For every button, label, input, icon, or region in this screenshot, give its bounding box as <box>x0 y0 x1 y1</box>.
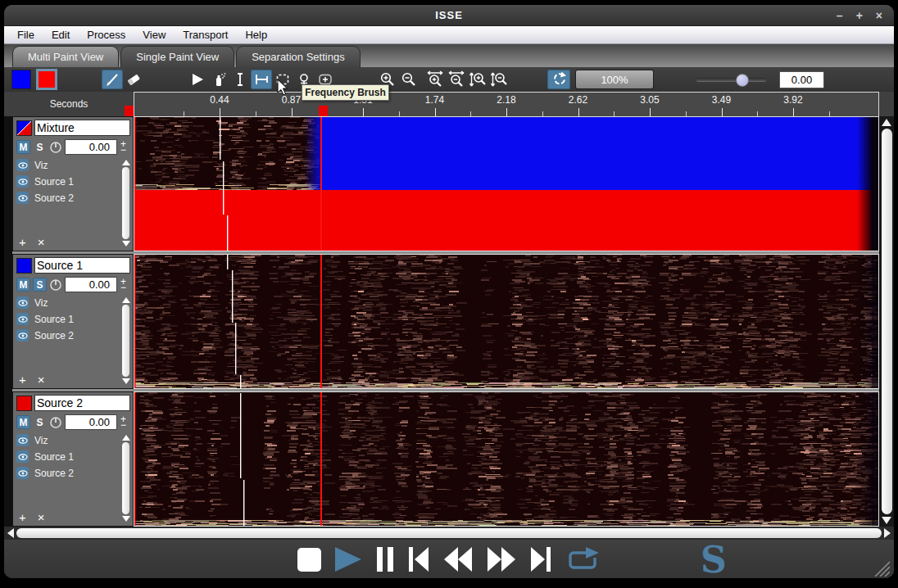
source1-layer-viz[interactable]: Viz <box>34 297 48 309</box>
skip-to-end-button[interactable] <box>529 546 552 572</box>
mixture-remove-button[interactable]: × <box>38 236 45 248</box>
timeline-ruler[interactable]: 0.440.871.311.742.182.623.053.493.92 <box>134 92 879 116</box>
scroll-up-icon[interactable] <box>122 160 130 165</box>
mixture-add-layer-button[interactable]: + <box>19 236 26 248</box>
source2-source1-eye-icon[interactable] <box>16 450 29 463</box>
source2-layer-source2[interactable]: Source 2 <box>34 468 74 479</box>
menu-edit[interactable]: Edit <box>52 29 70 41</box>
horizontal-scroll-thumb[interactable] <box>16 528 882 538</box>
source2-add-layer-button[interactable]: + <box>19 511 26 523</box>
source1-source2-eye-icon[interactable] <box>16 329 29 341</box>
vertical-scroll-thumb[interactable] <box>882 129 892 514</box>
source1-add-layer-button[interactable]: + <box>19 373 26 386</box>
source2-viz-eye-icon[interactable] <box>16 434 29 446</box>
source2-solo-button[interactable]: S <box>33 415 47 429</box>
tab-single-paint-view[interactable]: Single Paint View <box>120 46 234 67</box>
source2-layer-viz[interactable]: Viz <box>34 435 48 446</box>
scroll-up-icon[interactable] <box>122 297 130 303</box>
source2-color-chip[interactable] <box>16 396 32 411</box>
source1-panel-scrollbar[interactable] <box>121 297 130 384</box>
vertical-scrollbar[interactable] <box>879 116 894 527</box>
source1-layer-source1[interactable]: Source 1 <box>34 314 74 325</box>
source1-remove-button[interactable]: × <box>38 373 45 386</box>
mixture-clock-icon[interactable] <box>49 141 62 154</box>
source2-source2-eye-icon[interactable] <box>16 467 29 479</box>
scroll-left-icon[interactable] <box>7 528 14 538</box>
zoom-out-horizontal-button[interactable] <box>446 70 467 89</box>
source1-gain-field[interactable] <box>65 277 117 292</box>
time-select-tool[interactable] <box>229 70 251 89</box>
source2-gain-field[interactable] <box>65 414 117 430</box>
mixture-panel-scrollbar[interactable] <box>121 160 130 247</box>
maximize-button[interactable]: + <box>856 10 863 21</box>
pause-button[interactable] <box>375 546 395 572</box>
tab-separation-settings[interactable]: Separation Settings <box>236 46 360 67</box>
loop-start-marker[interactable] <box>125 106 134 116</box>
close-button[interactable]: × <box>876 10 882 21</box>
menu-file[interactable]: File <box>17 29 34 41</box>
source2-gain-down[interactable]: − <box>120 423 126 428</box>
menu-process[interactable]: Process <box>87 29 125 41</box>
source1-color-chip[interactable] <box>16 258 32 274</box>
source2-name-field[interactable] <box>34 395 130 411</box>
mixture-mute-button[interactable]: M <box>16 140 30 154</box>
source1-mute-button[interactable]: M <box>16 278 30 292</box>
mixture-color-chip[interactable] <box>16 120 32 136</box>
title-bar[interactable]: ISSE – + × <box>4 5 894 26</box>
mixture-layer-source1[interactable]: Source 1 <box>34 176 74 188</box>
mixture-gain-field[interactable] <box>65 139 117 155</box>
horizontal-scrollbar[interactable] <box>4 527 894 540</box>
play-button[interactable] <box>333 546 363 572</box>
mixture-source1-eye-icon[interactable] <box>16 175 29 188</box>
mixture-viz-eye-icon[interactable] <box>16 159 29 171</box>
skip-to-start-button[interactable] <box>407 546 430 572</box>
airbrush-tool[interactable] <box>208 70 229 89</box>
mixture-spectrogram[interactable] <box>134 116 879 251</box>
source1-spectrogram[interactable] <box>134 254 879 389</box>
zoom-in-horizontal-button[interactable] <box>424 70 446 89</box>
zoom-level-select[interactable]: 100% <box>575 70 654 89</box>
source1-gain-down[interactable]: − <box>120 285 126 291</box>
slider-thumb[interactable] <box>736 74 749 87</box>
scroll-right-icon[interactable] <box>884 528 891 538</box>
mixture-name-field[interactable] <box>34 120 130 136</box>
scroll-down-icon[interactable] <box>882 517 891 524</box>
playhead-marker[interactable] <box>319 106 328 116</box>
scroll-down-icon[interactable] <box>122 378 130 384</box>
red-color-swatch[interactable] <box>36 69 57 90</box>
paint-brush-tool[interactable] <box>102 70 123 89</box>
source2-remove-button[interactable]: × <box>38 511 45 523</box>
source2-panel-scrollbar[interactable] <box>121 435 130 522</box>
stop-button[interactable] <box>297 548 321 572</box>
scroll-down-icon[interactable] <box>122 516 130 522</box>
source1-solo-button[interactable]: S <box>33 278 47 292</box>
source1-layer-source2[interactable]: Source 2 <box>34 330 74 341</box>
source2-clock-icon[interactable] <box>49 416 62 429</box>
zoom-out-vertical-button[interactable] <box>488 70 510 89</box>
source2-layer-source1[interactable]: Source 1 <box>34 451 74 463</box>
source1-source1-eye-icon[interactable] <box>16 313 29 325</box>
source1-viz-eye-icon[interactable] <box>16 296 29 309</box>
volume-slider[interactable] <box>696 73 766 86</box>
refresh-button[interactable] <box>547 70 570 89</box>
scroll-up-icon[interactable] <box>882 119 891 126</box>
source1-clock-icon[interactable] <box>49 278 62 292</box>
menu-transport[interactable]: Transport <box>183 29 228 41</box>
rewind-button[interactable] <box>442 546 474 572</box>
source2-spectrogram[interactable] <box>134 391 879 527</box>
eraser-tool[interactable] <box>123 70 144 89</box>
tab-multi-paint-view[interactable]: Multi Paint View <box>12 46 119 67</box>
mixture-solo-button[interactable]: S <box>33 140 47 154</box>
mixture-layer-viz[interactable]: Viz <box>34 160 48 171</box>
minimize-button[interactable]: – <box>837 10 843 21</box>
mixture-gain-down[interactable]: − <box>120 147 126 153</box>
fast-forward-button[interactable] <box>486 546 517 572</box>
blue-color-swatch[interactable] <box>11 70 31 89</box>
loop-button[interactable] <box>565 546 601 572</box>
source2-mute-button[interactable]: M <box>16 415 30 429</box>
pointer-tool[interactable] <box>187 70 208 89</box>
frequency-brush-tool[interactable] <box>251 70 272 89</box>
source1-name-field[interactable] <box>34 257 130 274</box>
mixture-layer-source2[interactable]: Source 2 <box>34 192 74 204</box>
volume-field[interactable] <box>779 71 824 88</box>
